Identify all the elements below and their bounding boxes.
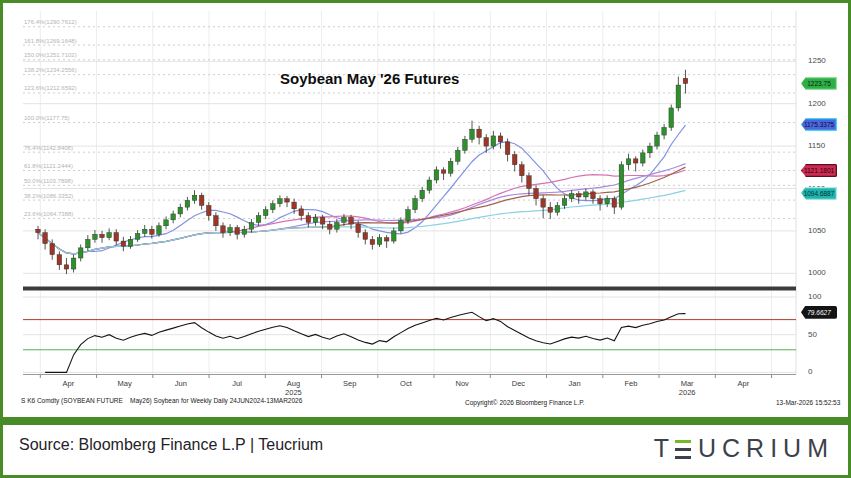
ma-slow-price-label: 1094.6887 [801, 187, 837, 200]
rsi-value-label: 79.6627 [801, 306, 837, 319]
chart-title: Soybean May '26 Futures [280, 70, 459, 87]
timestamp: 13-Mar-2026 15:52:53 [776, 399, 840, 406]
teucrium-logo: T UCRIUM [654, 434, 834, 463]
logo-letter-t: T [654, 434, 675, 463]
logo-e-bar-mid [675, 448, 691, 451]
ma-mid-price-label: 1121.1801 [801, 164, 837, 177]
source-bar: Source: Bloomberg Finance L.P | Teucrium… [3, 425, 848, 475]
logo-letters-ucrium: UCRIUM [698, 434, 834, 463]
logo-e-bars-icon [675, 440, 691, 459]
logo-e-bar-top [675, 440, 691, 443]
logo-e-bar-bottom [675, 456, 691, 459]
ticker-description: S K6 Comdty (SOYBEAN FUTURE May26) Soybe… [21, 397, 302, 404]
copyright-text: Copyright© 2026 Bloomberg Finance L.P. [465, 399, 585, 406]
bloomberg-chart-export: Soybean May '26 Futures 176.4%(1290.7612… [0, 0, 851, 478]
ma-fast-price-label: 1175.3375 [801, 118, 837, 131]
source-attribution: Source: Bloomberg Finance L.P | Teucrium [19, 436, 323, 454]
green-divider [3, 417, 848, 425]
last-price-label: 1223.75 [801, 77, 837, 90]
